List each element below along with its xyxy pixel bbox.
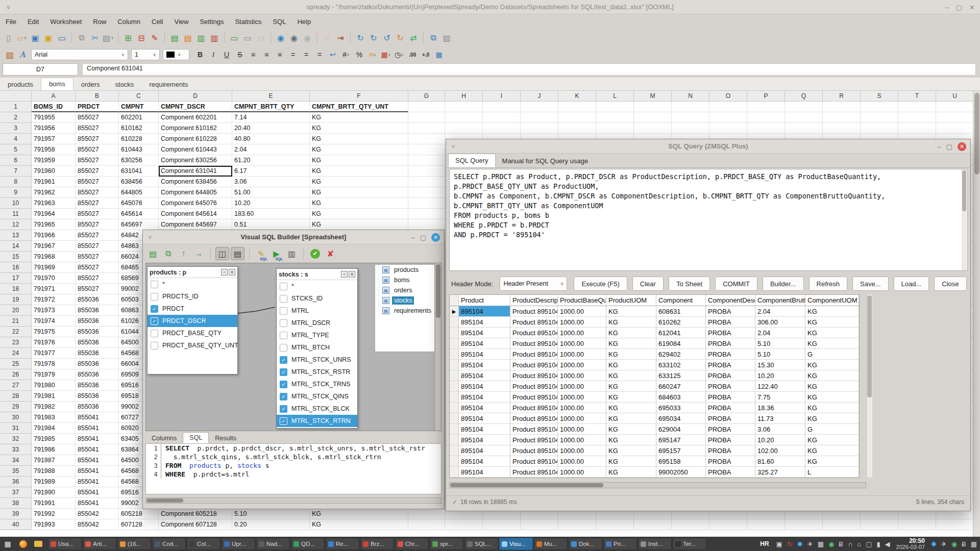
align-right-button[interactable]: ≡ xyxy=(274,48,286,61)
notes-icon-2[interactable]: ▦ xyxy=(971,540,977,548)
results-cell[interactable]: 895104 xyxy=(459,349,510,360)
results-cell[interactable]: PROBA xyxy=(706,381,755,392)
underline-button[interactable]: U xyxy=(220,48,233,61)
cell-D2[interactable]: Component 602201 xyxy=(159,112,232,123)
cell-F12[interactable]: KG xyxy=(310,219,408,230)
checkbox[interactable] xyxy=(280,295,287,303)
results-cell[interactable]: PROBA xyxy=(706,317,755,328)
cell-N40[interactable] xyxy=(672,519,709,530)
cell-G12[interactable] xyxy=(408,219,445,230)
tree-item-orders[interactable]: ▦orders xyxy=(375,285,434,295)
cell-C10[interactable]: 645076 xyxy=(119,198,159,209)
cell-B3[interactable]: 855027 xyxy=(76,123,119,134)
results-cell[interactable]: Product 895104 xyxy=(510,338,558,349)
cell-N3[interactable] xyxy=(672,123,709,134)
cell-K1[interactable] xyxy=(558,102,596,112)
taskbar-window-nad[interactable]: Nad... xyxy=(256,538,290,550)
cell-M3[interactable] xyxy=(634,123,672,134)
sql-run-icon[interactable]: ▶SQL xyxy=(270,247,283,260)
cell-F1[interactable]: CMPNT_BRTT_QTY_UNT xyxy=(310,102,408,112)
results-column-productuom[interactable]: ProductUOM xyxy=(606,295,656,306)
field-mtrl_btch[interactable]: MTRL_BTCH xyxy=(277,341,357,354)
results-cell[interactable]: KG xyxy=(606,370,656,381)
cell-A32[interactable]: 791985 xyxy=(32,434,76,444)
cell-G1[interactable] xyxy=(408,102,445,112)
column-header-E[interactable]: E xyxy=(232,91,310,102)
cell-D1[interactable]: CMPNT_DSCR xyxy=(159,102,232,112)
cell-U2[interactable] xyxy=(936,112,973,123)
results-cell[interactable]: Product 895104 xyxy=(510,360,558,370)
cell-G3[interactable] xyxy=(408,123,445,134)
cell-E12[interactable]: 0.51 xyxy=(232,219,310,230)
cell-G10[interactable] xyxy=(408,198,445,209)
cell-I1[interactable] xyxy=(483,102,521,112)
clear-formatting-icon[interactable]: ▨ xyxy=(3,48,16,61)
results-cell[interactable]: KG xyxy=(606,456,656,467)
tree-item-label[interactable]: orders xyxy=(392,286,414,294)
checkbox[interactable]: ✓ xyxy=(280,405,287,413)
column-header-B[interactable]: B xyxy=(76,91,119,102)
cell-Q1[interactable] xyxy=(785,102,823,112)
cell-B31[interactable]: 855041 xyxy=(76,423,119,434)
cell-A17[interactable]: 791970 xyxy=(32,273,76,284)
field-mtrl_stck_unrs[interactable]: ✓MTRL_STCK_UNRS xyxy=(277,354,357,366)
cell-C7[interactable]: 631041 xyxy=(119,166,159,177)
menu-settings[interactable]: Settings xyxy=(194,18,229,26)
cell-B25[interactable]: 855036 xyxy=(76,359,119,369)
column-header-F[interactable]: F xyxy=(310,91,408,102)
taskbar-window-cod[interactable]: Cod... xyxy=(152,538,186,550)
cell-A23[interactable]: 791976 xyxy=(32,337,76,348)
cell-G40[interactable] xyxy=(408,519,445,530)
cell-C12[interactable]: 645697 xyxy=(119,219,159,230)
results-cell[interactable]: 895104 xyxy=(459,403,510,413)
cell-B16[interactable]: 855027 xyxy=(76,262,119,273)
row-header-16[interactable]: 16 xyxy=(0,262,32,273)
cell-T40[interactable] xyxy=(898,519,936,530)
cell-J1[interactable] xyxy=(521,102,558,112)
number-format-button[interactable]: #∨ xyxy=(340,48,352,61)
cell-E8[interactable]: 3.06 xyxy=(232,177,310,187)
column-header-Q[interactable]: Q xyxy=(785,91,823,102)
cell-A13[interactable]: 791966 xyxy=(32,230,76,241)
cell-F10[interactable]: KG xyxy=(310,198,408,209)
field-mtrl_stck_qins[interactable]: ✓MTRL_STCK_QINS xyxy=(277,390,357,403)
insert-cell-icon[interactable]: ⊞ xyxy=(121,31,135,44)
cell-A21[interactable]: 791974 xyxy=(32,316,76,327)
save-button[interactable]: Save... xyxy=(852,277,888,291)
copy-table-icon[interactable]: ⧉ xyxy=(161,247,175,260)
checkbox[interactable]: ✓ xyxy=(280,381,287,388)
taskbar-window-qd[interactable]: QD... xyxy=(291,538,325,550)
cell-P3[interactable] xyxy=(747,123,785,134)
row-header-32[interactable]: 32 xyxy=(0,434,32,444)
results-cell[interactable]: 695157 xyxy=(656,445,706,456)
results-cell[interactable]: 629004 xyxy=(656,424,706,435)
row-header-12[interactable]: 12 xyxy=(0,219,32,230)
results-column-componentdescription[interactable]: ComponentDescription xyxy=(706,295,755,306)
cell-B12[interactable]: 855027 xyxy=(76,219,119,230)
field-star[interactable]: * xyxy=(277,280,357,292)
cell-A27[interactable]: 791980 xyxy=(32,380,76,391)
results-cell[interactable]: PROBA xyxy=(706,435,755,445)
maximize-button[interactable]: ▢ xyxy=(956,4,962,11)
row-header-14[interactable]: 14 xyxy=(0,241,32,252)
sql-to-sheet-icon[interactable]: ▥ xyxy=(285,247,299,260)
taskbar-window-ter[interactable]: Ter... xyxy=(673,538,706,550)
row-header-19[interactable]: 19 xyxy=(0,294,32,305)
results-cell[interactable]: KG xyxy=(606,381,656,392)
cell-L40[interactable] xyxy=(596,519,634,530)
execute-f5-button[interactable]: Execute (F5) xyxy=(574,277,627,291)
results-cell[interactable]: KG xyxy=(606,360,656,370)
taskbar-window-spr[interactable]: spr... xyxy=(430,538,463,550)
results-cell[interactable]: 15.30 xyxy=(755,360,805,370)
results-cell[interactable]: KG xyxy=(606,435,656,445)
cell-B26[interactable]: 855036 xyxy=(76,369,119,380)
cell-E9[interactable]: 51.00 xyxy=(232,187,310,198)
row-header-39[interactable]: 39 xyxy=(0,509,32,519)
row-header-31[interactable]: 31 xyxy=(0,423,32,434)
cell-A4[interactable]: 791957 xyxy=(32,134,76,144)
results-cell[interactable]: KG xyxy=(805,360,859,370)
checkbox[interactable] xyxy=(151,293,158,300)
results-cell[interactable]: 895104 xyxy=(459,435,510,445)
results-cell[interactable]: 1000.00 xyxy=(558,467,606,478)
cell-A30[interactable]: 791983 xyxy=(32,412,76,423)
